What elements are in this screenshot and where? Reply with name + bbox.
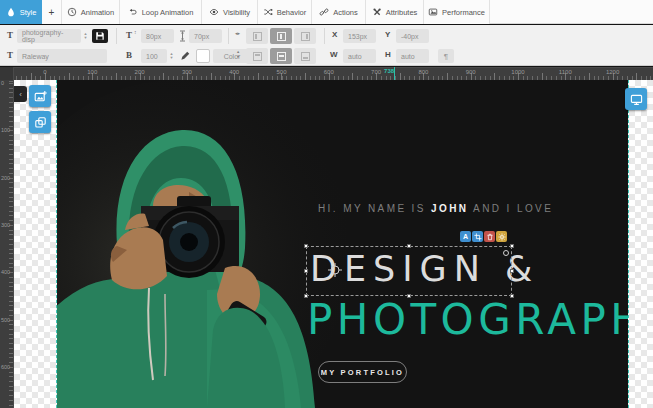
crop-mini-button[interactable] — [472, 231, 483, 242]
duplicate-button[interactable] — [29, 111, 51, 133]
design-page[interactable]: HI. MY NAME IS JOHN AND I LOVE A — [57, 80, 628, 408]
selection-handle[interactable] — [304, 269, 308, 273]
font-size-input[interactable]: 80px — [141, 29, 174, 43]
width-input[interactable]: auto — [343, 49, 376, 63]
ruler-tick-label: 100 — [1, 127, 10, 133]
tab-label: Actions — [333, 8, 358, 17]
ruler-tick-label: 300 — [1, 222, 10, 228]
tab-label: Behavior — [277, 8, 307, 17]
tab-attributes[interactable]: Attributes — [366, 0, 424, 24]
tab-style[interactable]: Style — [0, 0, 42, 24]
selection-handle[interactable] — [510, 294, 514, 298]
line-height-icon — [179, 30, 186, 42]
selection-handle[interactable] — [510, 244, 514, 248]
ruler-corner — [0, 67, 14, 80]
preview-desktop-button[interactable] — [625, 88, 647, 110]
collapse-panel-button[interactable]: ‹ — [14, 86, 27, 102]
move-cursor-icon — [328, 263, 342, 277]
ruler-tick-label: 0 — [1, 80, 4, 86]
ruler-tick-label: 1100 — [553, 69, 577, 75]
y-position-input[interactable]: -40px — [396, 29, 429, 43]
eyedropper-icon — [180, 50, 191, 61]
tab-visibility[interactable]: Visibility — [202, 0, 258, 24]
hero-intro-text[interactable]: HI. MY NAME IS JOHN AND I LOVE — [318, 203, 553, 214]
style-toolbar: T photography-disp ▲▼ T↕ 80px 70px ◂▸ X … — [0, 25, 653, 66]
valign-middle-button[interactable] — [270, 48, 292, 64]
selection-handle[interactable] — [304, 294, 308, 298]
intro-suffix: AND I LOVE — [468, 203, 553, 214]
tab-label: Visibility — [223, 8, 250, 17]
tab-performance[interactable]: Performance — [424, 0, 490, 24]
ruler-tick-label: 800 — [411, 69, 435, 75]
ruler-cursor-label: 738 — [384, 68, 394, 74]
ruler-tick-label: 1200 — [601, 69, 625, 75]
vertical-arrows-icon: ▴▾ — [237, 49, 239, 59]
ruler-tick-label: 500 — [270, 69, 294, 75]
tab-animation[interactable]: Animation — [62, 0, 120, 24]
ink-drop-icon — [6, 7, 16, 17]
selection-handle[interactable] — [407, 244, 411, 248]
valign-top-button[interactable] — [246, 48, 268, 64]
text-style-select[interactable]: photography-disp — [17, 29, 81, 43]
font-weight-label: B — [126, 50, 132, 60]
horizontal-arrows-icon: ◂▸ — [235, 30, 240, 36]
text-style-icon: T — [7, 30, 13, 40]
intro-name: JOHN — [431, 203, 468, 214]
font-family-input[interactable]: Raleway — [17, 49, 107, 63]
save-style-button[interactable] — [92, 29, 108, 43]
ruler-tick-label: 600 — [317, 69, 341, 75]
ruler-tick-label: 200 — [128, 69, 152, 75]
valign-bottom-button[interactable] — [294, 48, 316, 64]
paragraph-settings-button[interactable]: ¶ — [438, 49, 454, 63]
width-label: W — [330, 50, 338, 59]
font-weight-input[interactable]: 100 — [141, 49, 167, 63]
my-portfolio-button[interactable]: MY PORTFOLIO — [318, 361, 407, 383]
ruler-tick-label: 1000 — [506, 69, 530, 75]
selection-handle[interactable] — [407, 294, 411, 298]
shuffle-arrows-icon — [263, 7, 273, 17]
panel-tab-bar: Style + Animation Loop Animation Visibil… — [0, 0, 653, 24]
align-right-button[interactable] — [294, 28, 316, 44]
tab-label: Loop Animation — [142, 8, 194, 17]
crop-icon — [474, 233, 482, 241]
design-editor-window: Style + Animation Loop Animation Visibil… — [0, 0, 653, 408]
tab-behavior[interactable]: Behavior — [258, 0, 312, 24]
add-image-button[interactable] — [29, 85, 51, 107]
settings-mini-button[interactable] — [496, 231, 507, 242]
intro-prefix: HI. MY NAME IS — [318, 203, 431, 214]
hero-title-line2[interactable]: PHOTOGRAPHY — [307, 295, 628, 344]
x-position-label: X — [332, 30, 337, 39]
ruler-tick-label: 400 — [1, 269, 10, 275]
align-left-button[interactable] — [246, 28, 268, 44]
x-position-input[interactable]: 153px — [343, 29, 376, 43]
height-label: H — [385, 50, 391, 59]
tab-loop-animation[interactable]: Loop Animation — [120, 0, 202, 24]
picture-icon — [428, 7, 438, 17]
tab-add[interactable]: + — [42, 0, 62, 24]
eye-icon — [209, 7, 219, 17]
text-style-stepper[interactable]: ▲▼ — [82, 29, 89, 43]
monitor-icon — [630, 93, 643, 106]
font-weight-stepper[interactable]: ▲▼ — [168, 49, 175, 63]
clock-icon — [67, 7, 77, 17]
add-image-icon — [34, 90, 47, 103]
selection-handle[interactable] — [304, 244, 308, 248]
delete-mini-button[interactable] — [484, 231, 495, 242]
ruler-tick-label: 400 — [222, 69, 246, 75]
ruler-cursor-line — [394, 67, 395, 80]
trash-icon — [486, 233, 494, 241]
tab-actions[interactable]: Actions — [312, 0, 366, 24]
canvas-workspace: ‹ — [14, 80, 653, 408]
vertical-ruler[interactable]: 0100200300400500600 — [0, 80, 14, 408]
line-height-input[interactable]: 70px — [189, 29, 222, 43]
ruler-tick-label: 900 — [459, 69, 483, 75]
tab-label: Animation — [81, 8, 114, 17]
height-input[interactable]: auto — [396, 49, 429, 63]
text-style-mini-button[interactable]: A — [460, 231, 471, 242]
tab-label: Performance — [442, 8, 485, 17]
align-center-button[interactable] — [270, 28, 292, 44]
tab-label: Style — [20, 8, 37, 17]
text-color-swatch[interactable] — [196, 49, 210, 63]
horizontal-ruler[interactable]: 0100200300400500600700800900100011001200 — [0, 67, 653, 80]
selection-handle[interactable] — [510, 269, 514, 273]
